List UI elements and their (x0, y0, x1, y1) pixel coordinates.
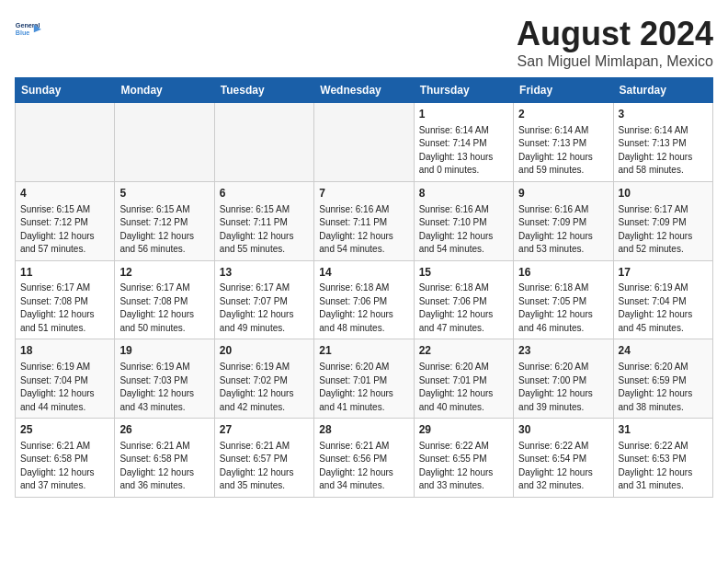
day-number: 11 (20, 265, 109, 281)
page-header: GeneralBlue August 2024 San Miguel Mimla… (15, 15, 713, 70)
day-number: 23 (518, 343, 608, 359)
day-number: 14 (319, 265, 408, 281)
calendar-header-row: SundayMondayTuesdayWednesdayThursdayFrid… (16, 78, 713, 103)
day-info: Sunrise: 6:17 AM Sunset: 7:08 PM Dayligh… (20, 282, 109, 335)
calendar-day-header: Friday (514, 78, 613, 103)
svg-text:Blue: Blue (16, 29, 30, 37)
month-title: August 2024 (517, 15, 713, 53)
day-info: Sunrise: 6:21 AM Sunset: 6:58 PM Dayligh… (119, 440, 209, 493)
calendar-day-cell: 15Sunrise: 6:18 AM Sunset: 7:06 PM Dayli… (414, 260, 513, 339)
calendar-day-cell: 21Sunrise: 6:20 AM Sunset: 7:01 PM Dayli… (314, 339, 414, 419)
day-number: 31 (619, 422, 708, 438)
day-info: Sunrise: 6:22 AM Sunset: 6:53 PM Dayligh… (619, 440, 708, 493)
day-number: 16 (518, 265, 608, 281)
calendar-day-cell: 3Sunrise: 6:14 AM Sunset: 7:13 PM Daylig… (613, 103, 712, 182)
day-number: 30 (518, 422, 608, 438)
day-info: Sunrise: 6:14 AM Sunset: 7:13 PM Dayligh… (518, 124, 608, 178)
calendar-day-cell: 31Sunrise: 6:22 AM Sunset: 6:53 PM Dayli… (613, 419, 712, 498)
day-info: Sunrise: 6:16 AM Sunset: 7:10 PM Dayligh… (419, 203, 508, 257)
calendar-day-cell: 12Sunrise: 6:17 AM Sunset: 7:08 PM Dayli… (115, 260, 214, 339)
calendar-week-row: 4Sunrise: 6:15 AM Sunset: 7:12 PM Daylig… (16, 181, 713, 260)
calendar-day-cell: 24Sunrise: 6:20 AM Sunset: 6:59 PM Dayli… (613, 339, 712, 419)
day-info: Sunrise: 6:18 AM Sunset: 7:06 PM Dayligh… (419, 282, 508, 335)
day-info: Sunrise: 6:15 AM Sunset: 7:12 PM Dayligh… (20, 203, 109, 257)
calendar-day-cell: 22Sunrise: 6:20 AM Sunset: 7:01 PM Dayli… (414, 339, 513, 419)
day-number: 7 (319, 186, 408, 201)
day-number: 1 (419, 107, 508, 122)
calendar-day-cell: 2Sunrise: 6:14 AM Sunset: 7:13 PM Daylig… (514, 103, 613, 182)
calendar-day-header: Tuesday (214, 78, 313, 103)
day-info: Sunrise: 6:19 AM Sunset: 7:03 PM Dayligh… (119, 361, 209, 414)
calendar-day-cell: 11Sunrise: 6:17 AM Sunset: 7:08 PM Dayli… (16, 260, 115, 339)
day-number: 13 (220, 265, 309, 281)
calendar-day-cell: 14Sunrise: 6:18 AM Sunset: 7:06 PM Dayli… (314, 260, 414, 339)
calendar-day-header: Monday (115, 78, 214, 103)
day-info: Sunrise: 6:14 AM Sunset: 7:13 PM Dayligh… (619, 124, 708, 178)
day-number: 5 (119, 186, 209, 201)
day-number: 9 (518, 186, 608, 201)
day-info: Sunrise: 6:20 AM Sunset: 6:59 PM Dayligh… (619, 361, 708, 414)
day-info: Sunrise: 6:15 AM Sunset: 7:11 PM Dayligh… (220, 203, 309, 257)
day-info: Sunrise: 6:19 AM Sunset: 7:04 PM Dayligh… (20, 361, 109, 414)
calendar-day-cell: 6Sunrise: 6:15 AM Sunset: 7:11 PM Daylig… (214, 181, 313, 260)
day-info: Sunrise: 6:15 AM Sunset: 7:12 PM Dayligh… (119, 203, 209, 257)
calendar-day-cell: 30Sunrise: 6:22 AM Sunset: 6:54 PM Dayli… (514, 419, 613, 498)
calendar-day-cell: 28Sunrise: 6:21 AM Sunset: 6:56 PM Dayli… (314, 419, 414, 498)
calendar-day-header: Saturday (613, 78, 712, 103)
calendar-day-cell: 7Sunrise: 6:16 AM Sunset: 7:11 PM Daylig… (314, 181, 414, 260)
day-info: Sunrise: 6:16 AM Sunset: 7:09 PM Dayligh… (518, 203, 608, 257)
day-number: 29 (419, 422, 508, 438)
calendar-day-cell: 25Sunrise: 6:21 AM Sunset: 6:58 PM Dayli… (16, 419, 115, 498)
calendar-week-row: 25Sunrise: 6:21 AM Sunset: 6:58 PM Dayli… (16, 419, 713, 498)
day-number: 17 (619, 265, 708, 281)
calendar-day-cell (214, 103, 313, 182)
day-info: Sunrise: 6:17 AM Sunset: 7:07 PM Dayligh… (220, 282, 309, 335)
calendar-day-header: Thursday (414, 78, 513, 103)
day-number: 20 (220, 343, 309, 359)
day-info: Sunrise: 6:19 AM Sunset: 7:02 PM Dayligh… (220, 361, 309, 414)
calendar-day-cell (314, 103, 414, 182)
location-subtitle: San Miguel Mimlapan, Mexico (517, 53, 713, 70)
day-number: 2 (518, 107, 608, 122)
calendar-day-cell: 23Sunrise: 6:20 AM Sunset: 7:00 PM Dayli… (514, 339, 613, 419)
calendar-day-cell: 19Sunrise: 6:19 AM Sunset: 7:03 PM Dayli… (115, 339, 214, 419)
calendar-day-cell: 29Sunrise: 6:22 AM Sunset: 6:55 PM Dayli… (414, 419, 513, 498)
calendar-day-cell: 16Sunrise: 6:18 AM Sunset: 7:05 PM Dayli… (514, 260, 613, 339)
logo-icon: GeneralBlue (15, 15, 44, 44)
calendar-day-cell: 13Sunrise: 6:17 AM Sunset: 7:07 PM Dayli… (214, 260, 313, 339)
calendar-day-cell: 8Sunrise: 6:16 AM Sunset: 7:10 PM Daylig… (414, 181, 513, 260)
day-number: 6 (220, 186, 309, 201)
day-number: 4 (20, 186, 109, 201)
day-info: Sunrise: 6:22 AM Sunset: 6:54 PM Dayligh… (518, 440, 608, 493)
day-info: Sunrise: 6:18 AM Sunset: 7:06 PM Dayligh… (319, 282, 408, 335)
calendar-day-header: Wednesday (314, 78, 414, 103)
day-number: 26 (119, 422, 209, 438)
day-info: Sunrise: 6:16 AM Sunset: 7:11 PM Dayligh… (319, 203, 408, 257)
logo: GeneralBlue (15, 15, 44, 44)
day-number: 15 (419, 265, 508, 281)
calendar-day-cell: 4Sunrise: 6:15 AM Sunset: 7:12 PM Daylig… (16, 181, 115, 260)
calendar-day-cell: 27Sunrise: 6:21 AM Sunset: 6:57 PM Dayli… (214, 419, 313, 498)
calendar-day-cell: 26Sunrise: 6:21 AM Sunset: 6:58 PM Dayli… (115, 419, 214, 498)
calendar-week-row: 11Sunrise: 6:17 AM Sunset: 7:08 PM Dayli… (16, 260, 713, 339)
day-number: 18 (20, 343, 109, 359)
calendar-day-cell (16, 103, 115, 182)
calendar-week-row: 18Sunrise: 6:19 AM Sunset: 7:04 PM Dayli… (16, 339, 713, 419)
calendar-day-cell: 17Sunrise: 6:19 AM Sunset: 7:04 PM Dayli… (613, 260, 712, 339)
calendar-day-cell: 1Sunrise: 6:14 AM Sunset: 7:14 PM Daylig… (414, 103, 513, 182)
day-number: 28 (319, 422, 408, 438)
day-info: Sunrise: 6:18 AM Sunset: 7:05 PM Dayligh… (518, 282, 608, 335)
day-info: Sunrise: 6:17 AM Sunset: 7:09 PM Dayligh… (619, 203, 708, 257)
calendar-table: SundayMondayTuesdayWednesdayThursdayFrid… (15, 77, 713, 498)
calendar-day-cell (115, 103, 214, 182)
day-number: 21 (319, 343, 408, 359)
day-number: 3 (619, 107, 708, 122)
day-info: Sunrise: 6:14 AM Sunset: 7:14 PM Dayligh… (419, 124, 508, 178)
day-number: 8 (419, 186, 508, 201)
calendar-day-cell: 18Sunrise: 6:19 AM Sunset: 7:04 PM Dayli… (16, 339, 115, 419)
day-info: Sunrise: 6:22 AM Sunset: 6:55 PM Dayligh… (419, 440, 508, 493)
calendar-day-cell: 20Sunrise: 6:19 AM Sunset: 7:02 PM Dayli… (214, 339, 313, 419)
day-info: Sunrise: 6:21 AM Sunset: 6:58 PM Dayligh… (20, 440, 109, 493)
title-block: August 2024 San Miguel Mimlapan, Mexico (517, 15, 713, 70)
day-number: 10 (619, 186, 708, 201)
